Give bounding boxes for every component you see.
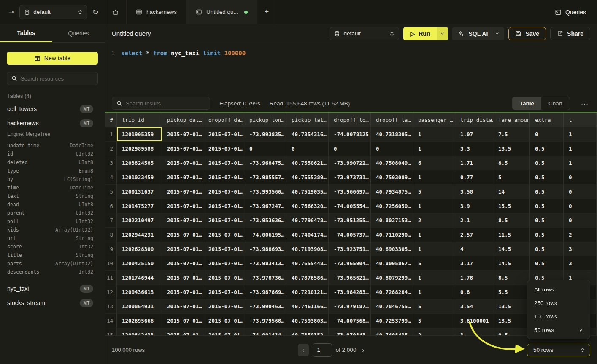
table-cell[interactable]: 2015-07-01… (162, 256, 203, 271)
table-cell[interactable]: 0 (329, 142, 371, 156)
table-cell[interactable]: 2015-07-01… (203, 271, 244, 285)
table-cell[interactable]: 8.5 (493, 213, 530, 228)
table-cell[interactable]: 2015-07-01… (203, 228, 244, 242)
table-cell[interactable]: 1200842433 (117, 328, 162, 335)
table-cell[interactable]: 1 (413, 199, 455, 213)
table-cell[interactable]: 2015-07-01… (203, 256, 244, 271)
header-cell[interactable]: passenger_… (413, 113, 455, 127)
table-cell[interactable]: 3.54 (455, 299, 493, 314)
table-cell[interactable]: 2015-07-01… (162, 271, 203, 285)
save-button[interactable]: Save (508, 27, 546, 40)
table-cell[interactable]: 40.8005867… (371, 256, 413, 271)
sidebar-table-nyc_taxi[interactable]: nyc_taxi MT (0, 281, 105, 296)
table-cell[interactable]: 0 (530, 127, 564, 142)
table-cell[interactable]: 0.5 (493, 328, 530, 335)
table-cell[interactable]: 0.5 (530, 199, 564, 213)
table-cell[interactable]: 13.5 (493, 142, 530, 156)
table-cell[interactable]: 1201746944 (117, 271, 162, 285)
table-cell[interactable]: 2015-07-01… (203, 142, 244, 156)
table-cell[interactable]: 14.5 (493, 242, 530, 256)
table-cell[interactable]: 1202944231 (117, 228, 162, 242)
table-cell[interactable]: 2015-07-01… (203, 170, 244, 185)
table-cell[interactable]: 0 (286, 142, 329, 156)
table-cell[interactable]: 5 (413, 299, 455, 314)
table-cell[interactable]: 14 (493, 185, 530, 199)
table-cell[interactable]: 2015-07-01… (203, 199, 244, 213)
table-cell[interactable]: 2015-07-01… (162, 170, 203, 185)
table-cell[interactable]: 0.5 (530, 170, 564, 185)
table-cell[interactable]: 14.5 (493, 256, 530, 271)
table-cell[interactable]: 0 (564, 185, 597, 199)
table-cell[interactable]: 1201023459 (117, 170, 162, 185)
table-cell[interactable]: -73.953636… (244, 213, 286, 228)
sql-ai-options-button[interactable] (492, 27, 502, 40)
table-cell[interactable]: -74.005554… (329, 199, 371, 213)
schema-column-row[interactable]: timeDateTime (7, 183, 93, 192)
view-toggle-table[interactable]: Table (513, 97, 541, 110)
header-cell[interactable]: dropoff_la… (371, 113, 413, 127)
table-cell[interactable]: 2015-07-01… (203, 242, 244, 256)
table-cell[interactable]: -73.993835… (244, 127, 286, 142)
table-cell[interactable]: 2015-07-01… (203, 314, 244, 328)
table-cell[interactable]: -73.993560… (244, 185, 286, 199)
table-cell[interactable]: 0 (564, 199, 597, 213)
schema-column-row[interactable]: titleString (7, 251, 93, 259)
schema-column-row[interactable]: kidsArray(UInt32) (7, 226, 93, 234)
table-cell[interactable]: 40.7350352 (286, 328, 329, 335)
table-cell[interactable]: 1.71 (455, 156, 493, 170)
table-cell[interactable]: 2015-07-01… (203, 299, 244, 314)
table-cell[interactable]: 3.9 (455, 199, 493, 213)
header-cell[interactable]: extra (530, 113, 564, 127)
sidebar-search[interactable] (7, 72, 98, 85)
schema-column-row[interactable]: typeEnum8 (7, 167, 93, 175)
table-cell[interactable]: 40.7253799… (371, 314, 413, 328)
rows-menu-item[interactable]: 50 rows✓ (527, 323, 590, 337)
table-cell[interactable]: 2015-07-01… (162, 185, 203, 199)
table-cell[interactable]: 0 (564, 170, 597, 185)
rows-menu-item[interactable]: 250 rows (527, 296, 590, 310)
header-cell[interactable]: t (564, 113, 597, 127)
table-cell[interactable]: -73.967247… (244, 199, 286, 213)
table-cell[interactable]: 40.7796478… (286, 213, 329, 228)
table-cell[interactable]: 1200131637 (117, 185, 162, 199)
table-cell[interactable]: 1 (413, 170, 455, 185)
table-cell[interactable]: 3 (455, 328, 493, 335)
table-cell[interactable]: 3.58 (455, 185, 493, 199)
table-cell[interactable]: 2.57 (455, 228, 493, 242)
table-cell[interactable]: 2015-07-01… (162, 199, 203, 213)
table-cell[interactable]: 2 (564, 228, 597, 242)
table-cell[interactable]: 2015-07-01… (162, 314, 203, 328)
table-cell[interactable]: 1 (564, 156, 597, 170)
table-cell[interactable]: 15.5 (493, 199, 530, 213)
table-cell[interactable]: 3.17 (455, 256, 493, 271)
schema-column-row[interactable]: scoreInt32 (7, 243, 93, 251)
sidebar-search-input[interactable] (21, 75, 93, 82)
table-cell[interactable]: 40.7404174… (286, 228, 329, 242)
table-cell[interactable]: 40.7846755… (371, 299, 413, 314)
page-number-input[interactable] (313, 343, 332, 357)
table-cell[interactable]: 1 (564, 142, 597, 156)
table-cell[interactable]: 40.7461166… (286, 299, 329, 314)
table-cell[interactable]: 3.3 (455, 142, 493, 156)
table-cell[interactable]: 40.7408435 (371, 328, 413, 335)
schema-column-row[interactable]: deletedUInt8 (7, 158, 93, 167)
header-cell[interactable]: trip_dista… (455, 113, 493, 127)
new-tab-button[interactable]: + (257, 0, 277, 24)
view-toggle-chart[interactable]: Chart (541, 97, 570, 110)
table-cell[interactable]: 2015-07-01… (203, 185, 244, 199)
sql-ai-label[interactable]: SQL AI (468, 30, 488, 37)
table-cell[interactable]: 4 (455, 242, 493, 256)
table-cell[interactable]: -73.990463… (244, 299, 286, 314)
table-cell[interactable]: 11.5 (493, 228, 530, 242)
table-cell[interactable]: 40.7210121… (286, 285, 329, 299)
table-cell[interactable]: 2015-07-01… (162, 156, 203, 170)
table-cell[interactable]: 1202695666 (117, 314, 162, 328)
table-cell[interactable]: 40.6903305… (371, 242, 413, 256)
tab-untitled-query[interactable]: Untitled qu... (186, 0, 257, 24)
table-cell[interactable]: 2015-07-01… (203, 127, 244, 142)
table-cell[interactable]: 1 (413, 242, 455, 256)
schema-column-row[interactable]: parentUInt32 (7, 209, 93, 217)
table-cell[interactable]: 2015-07-01… (203, 156, 244, 170)
rows-per-page-select[interactable]: 50 rows (527, 344, 590, 356)
table-cell[interactable]: 0.5 (530, 213, 564, 228)
